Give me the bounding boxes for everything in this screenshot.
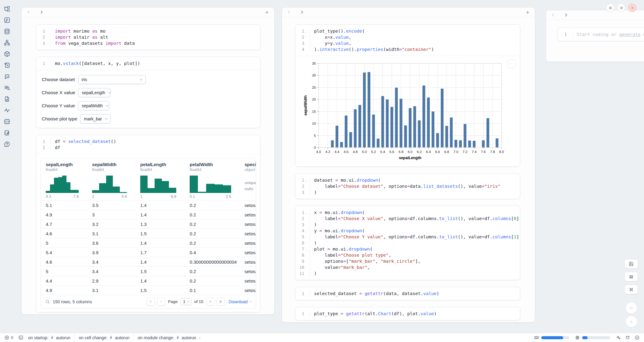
- code-box-icon[interactable]: [4, 118, 10, 125]
- help-icon[interactable]: [4, 141, 10, 148]
- table-row[interactable]: 4.63.11.50.2setosa: [41, 229, 256, 238]
- svg-text:sepalWidth: sepalWidth: [303, 95, 308, 116]
- previous-page-button[interactable]: [157, 297, 165, 306]
- add-cell-icon[interactable]: [264, 10, 270, 15]
- download-button[interactable]: Download: [229, 299, 252, 304]
- add-cell-icon[interactable]: [525, 10, 530, 15]
- dependency-graph-icon[interactable]: [4, 39, 10, 46]
- run-icon[interactable]: [626, 316, 637, 327]
- code-token: ,: [367, 265, 370, 270]
- table-row[interactable]: 53.41.50.2setosa: [41, 266, 256, 276]
- cell-plot: 1plot_type().encode(2 x=x.value,3 y=y.va…: [295, 24, 520, 167]
- code-text: plot_type().encode(: [310, 28, 365, 34]
- fold-chevron-icon[interactable]: [305, 248, 308, 251]
- table-column-header[interactable]: speciesobjectunique:nulls:: [240, 162, 256, 200]
- code-line: 2 label="Choose X value", options=df.col…: [295, 216, 520, 222]
- table-cell: 0.2: [185, 269, 240, 274]
- code-token: x: [314, 35, 327, 40]
- cell-xy-plot-dropdowns: 1x = mo.ui.dropdown(2 label="Choose X va…: [295, 206, 520, 280]
- table-row[interactable]: 4.63.41.40.30000000000000004setosa: [41, 257, 256, 266]
- chevron-right-icon[interactable]: [299, 10, 304, 15]
- generate-link[interactable]: generate: [619, 32, 641, 37]
- chat-bot-icon[interactable]: [4, 73, 10, 80]
- line-number: 2: [36, 34, 51, 40]
- chevron-right-icon[interactable]: [564, 12, 568, 17]
- fold-chevron-icon[interactable]: [305, 229, 308, 232]
- table-row[interactable]: 5.13.51.40.2setosa: [41, 200, 256, 210]
- file-tree-icon[interactable]: [4, 5, 10, 12]
- run-config-cell-change[interactable]: on cell change:autorun: [79, 335, 130, 340]
- database-icon[interactable]: [4, 28, 10, 35]
- terminal-button[interactable]: [18, 335, 23, 340]
- table-row[interactable]: 5.43.91.70.4setosa: [41, 248, 256, 257]
- chart-menu-icon[interactable]: [507, 59, 516, 68]
- package-icon[interactable]: [4, 51, 10, 57]
- code-token: ,: [349, 35, 352, 40]
- chevron-right-icon[interactable]: [39, 10, 44, 15]
- code-editor[interactable]: 1plot_type().encode(2 x=x.value,3 y=y.va…: [295, 25, 520, 56]
- table-row[interactable]: 53.61.40.2setosa: [41, 238, 256, 248]
- table-row[interactable]: 4.931.40.2setosa: [41, 210, 256, 219]
- cat-icon[interactable]: [625, 335, 630, 340]
- activity-icon[interactable]: [4, 107, 10, 114]
- table-cell: 2.9: [87, 278, 135, 283]
- table-cell: 3.1: [87, 231, 135, 236]
- circle-x-icon: [4, 335, 9, 340]
- code-token: (): [111, 139, 116, 144]
- sepal-bar-chart[interactable]: 4.04.24.44.64.85.05.25.45.65.86.06.26.46…: [303, 60, 520, 162]
- y-value-select[interactable]: sepalWidth: [78, 101, 109, 110]
- ai-sparkles-icon[interactable]: [616, 335, 621, 340]
- plot-type-select[interactable]: mark_bar: [80, 114, 111, 123]
- close-icon[interactable]: [628, 4, 636, 12]
- table-cell: setosa: [240, 222, 256, 227]
- errors-indicator[interactable]: 0: [4, 335, 13, 340]
- first-page-button[interactable]: [147, 297, 155, 306]
- fold-chevron-icon[interactable]: [305, 30, 308, 33]
- snippets-icon[interactable]: [4, 96, 10, 102]
- code-editor[interactable]: 1x = mo.ui.dropdown(2 label="Choose X va…: [295, 206, 520, 280]
- table-header-row: sepalLengthfloat644.37.9sepalWidthfloat6…: [41, 158, 256, 200]
- function-square-icon[interactable]: [4, 17, 10, 23]
- fold-chevron-icon[interactable]: [305, 211, 308, 214]
- x-value-select[interactable]: sepalLength: [78, 88, 110, 97]
- code-editor[interactable]: 1df = selected_dataset()2df: [36, 135, 260, 154]
- command-palette-icon[interactable]: [624, 285, 638, 294]
- page-select[interactable]: 1: [180, 298, 191, 305]
- dataset-select[interactable]: iris: [78, 75, 146, 84]
- table-row[interactable]: 4.73.21.30.2setosa: [41, 219, 256, 229]
- table-row[interactable]: 4.42.91.40.2setosa: [41, 276, 256, 285]
- code-editor[interactable]: 1mo.vstack([dataset, x, y, plot]): [36, 57, 260, 70]
- chevron-left-icon[interactable]: [287, 10, 292, 15]
- table-column-header[interactable]: sepalWidthfloat6424.4: [87, 162, 135, 200]
- table-column-header[interactable]: sepalLengthfloat644.37.9: [41, 162, 87, 200]
- gear-icon[interactable]: [617, 4, 625, 12]
- stop-icon[interactable]: [626, 302, 637, 314]
- run-config-startup[interactable]: on startup:autorun: [28, 335, 71, 340]
- save-icon[interactable]: [624, 259, 638, 269]
- code-token: y.: [330, 41, 335, 46]
- logs-scroll-icon[interactable]: [4, 62, 10, 69]
- table-column-header[interactable]: petalWidthfloat640.12.5: [185, 162, 240, 200]
- chevron-left-icon[interactable]: [551, 12, 556, 17]
- code-editor[interactable]: 1plot_type = getattr(alt.Chart(df), plot…: [295, 307, 520, 320]
- table-column-header[interactable]: petalLengthfloat6416.9: [135, 162, 185, 200]
- table-row[interactable]: 4.93.11.50.1setosa: [41, 285, 256, 295]
- cell-imports: 1import marimo as mo2import altair as al…: [36, 24, 260, 50]
- run-config-module-change[interactable]: on module change:autorun: [138, 335, 202, 340]
- code-editor[interactable]: 1dataset = mo.ui.dropdown(2 label="Choos…: [295, 174, 520, 199]
- chevron-left-icon[interactable]: [26, 10, 31, 15]
- code-editor[interactable]: 1import marimo as mo2import altair as al…: [36, 25, 260, 50]
- svg-text:8.0: 8.0: [499, 150, 504, 154]
- search-icon[interactable]: [45, 299, 50, 304]
- next-page-button[interactable]: [206, 297, 214, 306]
- svg-text:6.2: 6.2: [417, 150, 422, 154]
- fold-chevron-icon[interactable]: [305, 179, 308, 182]
- menu-icon[interactable]: [606, 4, 614, 12]
- doc-search-icon[interactable]: [4, 84, 10, 91]
- connection-check-icon[interactable]: [635, 335, 640, 340]
- code-editor[interactable]: 1selected_dataset = getattr(data, datase…: [295, 287, 520, 300]
- last-page-button[interactable]: [216, 297, 225, 306]
- code-editor[interactable]: 1Start coding or generate with AI: [558, 28, 644, 41]
- layout-icon[interactable]: [624, 272, 638, 281]
- scratchpad-icon[interactable]: [4, 130, 10, 136]
